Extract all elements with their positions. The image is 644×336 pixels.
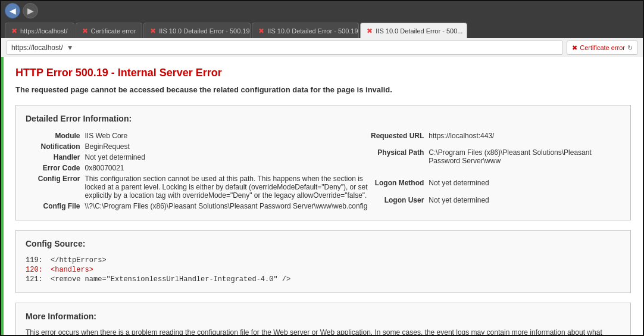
tab-4-label: IIS 10.0 Detailed Error - 500.19 ... <box>267 27 359 35</box>
tab-5-icon: ✖ <box>367 27 373 35</box>
cert-error-label: Certificate error <box>580 44 625 51</box>
more-info-section: More Information: This error occurs when… <box>15 303 631 335</box>
detailed-error-title: Detailed Error Information: <box>26 114 621 123</box>
detail-value-module: IIS Web Core <box>85 130 371 141</box>
tab-4[interactable]: ✖ IIS 10.0 Detailed Error - 500.19 ... <box>252 23 359 38</box>
error-title: HTTP Error 500.19 - Internal Server Erro… <box>15 67 631 79</box>
line-num-119: 119: <box>26 256 43 265</box>
line-num-120: 120: <box>26 266 43 274</box>
address-bar-row: https://localhost/ ▼ ✖ Certificate error… <box>1 38 643 57</box>
detail-label-logonuser: Logon User <box>371 195 429 212</box>
cert-error-badge[interactable]: ✖ Certificate error ↻ <box>567 41 638 55</box>
line-num-121: 121: <box>26 275 43 284</box>
browser-window: ◀ ▶ ✖ https://localhost/ ✖ Certificate e… <box>0 0 644 336</box>
detail-left: Module IIS Web Core Notification BeginRe… <box>26 130 371 211</box>
detail-value-configerror: This configuration section cannot be use… <box>85 173 371 201</box>
detailed-error-section: Detailed Error Information: Module IIS W… <box>15 105 631 220</box>
code-line-119: 119: </httpErrors> <box>26 256 621 265</box>
detail-value-requrl: https://localhost:443/ <box>429 130 621 147</box>
detail-label-physpath: Physical Path <box>371 147 429 178</box>
line-code-121: <remove name="ExtensionlessUrlHandler-In… <box>51 275 290 284</box>
detail-row-physpath: Physical Path C:\Program Files (x86)\Ple… <box>371 147 621 178</box>
detail-row-errorcode: Error Code 0x80070021 <box>26 163 371 173</box>
cert-error-refresh-icon[interactable]: ↻ <box>627 44 633 52</box>
cert-error-x-icon: ✖ <box>572 44 577 52</box>
detail-value-notification: BeginRequest <box>85 141 371 152</box>
detail-label-errorcode: Error Code <box>26 163 85 173</box>
detail-row-module: Module IIS Web Core <box>26 130 371 141</box>
line-code-119: </httpErrors> <box>51 256 107 265</box>
detail-grid: Module IIS Web Core Notification BeginRe… <box>26 130 621 211</box>
tab-5-label: IIS 10.0 Detailed Error - 500... <box>376 27 462 35</box>
tab-3[interactable]: ✖ IIS 10.0 Detailed Error - 500.19 ... <box>143 23 251 38</box>
line-code-120: <handlers> <box>51 266 93 274</box>
detail-value-handler: Not yet determined <box>85 152 371 163</box>
code-line-121: 121: <remove name="ExtensionlessUrlHandl… <box>26 275 621 284</box>
tab-1-icon: ✖ <box>11 27 17 35</box>
detail-label-notification: Notification <box>26 141 85 152</box>
detail-row-logonuser: Logon User Not yet determined <box>371 195 621 212</box>
detail-label-logonmethod: Logon Method <box>371 178 429 194</box>
search-dropdown-icon[interactable]: ▼ <box>67 43 74 52</box>
tab-5[interactable]: ✖ IIS 10.0 Detailed Error - 500... ✕ <box>360 23 467 38</box>
tabs-bar: ✖ https://localhost/ ✖ Certificate error… <box>1 20 643 38</box>
config-source-title: Config Source: <box>26 239 621 248</box>
address-text: https://localhost/ <box>11 43 63 52</box>
page-content: HTTP Error 500.19 - Internal Server Erro… <box>1 57 643 335</box>
tab-3-label: IIS 10.0 Detailed Error - 500.19 ... <box>159 27 251 35</box>
config-source-section: Config Source: 119: </httpErrors> 120: <… <box>15 230 631 293</box>
detail-row-logonmethod: Logon Method Not yet determined <box>371 178 621 194</box>
detail-row-notification: Notification BeginRequest <box>26 141 371 152</box>
address-bar[interactable]: https://localhost/ ▼ <box>6 41 563 55</box>
detail-value-logonuser: Not yet determined <box>429 195 621 212</box>
error-subtitle: The requested page cannot be accessed be… <box>15 85 631 94</box>
detail-label-configfile: Config File <box>26 201 85 211</box>
detail-value-errorcode: 0x80070021 <box>85 163 371 173</box>
detail-label-handler: Handler <box>26 152 85 163</box>
tab-2-icon: ✖ <box>82 27 88 35</box>
tab-2[interactable]: ✖ Certificate error <box>76 23 143 38</box>
detail-row-configfile: Config File \\?\C:\Program Files (x86)\P… <box>26 201 371 211</box>
detail-label-configerror: Config Error <box>26 173 85 201</box>
detail-label-module: Module <box>26 130 85 141</box>
code-line-120: 120: <handlers> <box>26 265 621 275</box>
detail-row-requrl: Requested URL https://localhost:443/ <box>371 130 621 147</box>
more-info-text: This error occurs when there is a proble… <box>26 328 621 335</box>
tab-3-icon: ✖ <box>150 27 156 35</box>
back-button[interactable]: ◀ <box>5 3 20 18</box>
config-source-code: 119: </httpErrors> 120: <handlers> 121: … <box>26 256 621 284</box>
detail-value-configfile: \\?\C:\Program Files (x86)\Pleasant Solu… <box>85 201 371 211</box>
forward-button[interactable]: ▶ <box>23 3 38 18</box>
tab-1[interactable]: ✖ https://localhost/ <box>5 23 74 38</box>
tab-4-icon: ✖ <box>258 27 264 35</box>
tab-1-label: https://localhost/ <box>20 27 68 35</box>
tab-2-label: Certificate error <box>91 27 136 35</box>
more-info-title: More Information: <box>26 312 621 321</box>
title-bar: ◀ ▶ <box>1 1 643 20</box>
detail-row-configerror: Config Error This configuration section … <box>26 173 371 201</box>
detail-value-physpath: C:\Program Files (x86)\Pleasant Solution… <box>429 147 621 178</box>
detail-value-logonmethod: Not yet determined <box>429 178 621 194</box>
detail-row-handler: Handler Not yet determined <box>26 152 371 163</box>
detail-label-requrl: Requested URL <box>371 130 429 147</box>
detail-right: Requested URL https://localhost:443/ Phy… <box>371 130 621 211</box>
